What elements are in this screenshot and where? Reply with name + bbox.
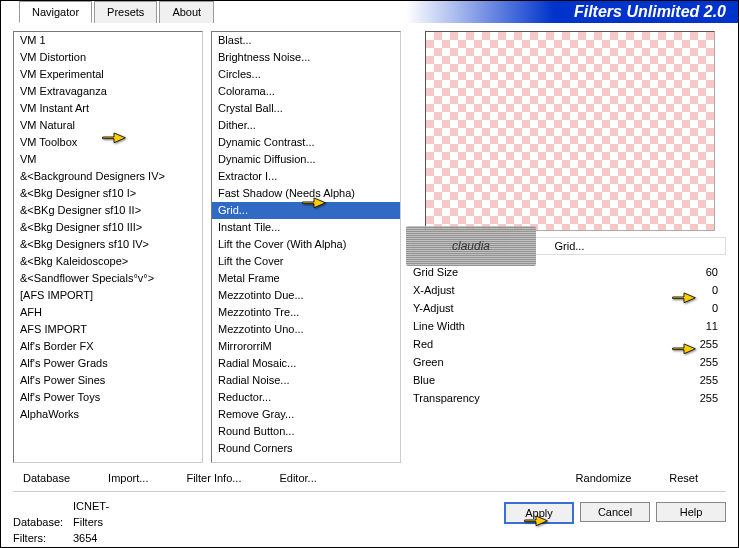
cancel-button[interactable]: Cancel xyxy=(580,502,650,522)
list-item[interactable]: Alf's Power Toys xyxy=(14,389,202,406)
category-list[interactable]: VM 1VM DistortionVM ExperimentalVM Extra… xyxy=(13,31,203,463)
list-item[interactable]: VM Toolbox xyxy=(14,134,202,151)
list-item[interactable]: Alf's Power Sines xyxy=(14,372,202,389)
randomize-button[interactable]: Randomize xyxy=(566,469,642,487)
list-item[interactable]: &<BKg Designer sf10 II> xyxy=(14,202,202,219)
param-label: Green xyxy=(413,354,678,370)
list-item[interactable]: Mezzotinto Uno... xyxy=(212,321,400,338)
list-item[interactable]: Radial Noise... xyxy=(212,372,400,389)
tab-navigator[interactable]: Navigator xyxy=(19,1,92,23)
footer-buttons: Apply Cancel Help xyxy=(504,498,726,541)
list-item[interactable]: VM 1 xyxy=(14,32,202,49)
list-item[interactable]: AlphaWorks xyxy=(14,406,202,423)
filters-value: 3654 xyxy=(73,530,133,546)
list-item[interactable]: &<Bkg Designer sf10 I> xyxy=(14,185,202,202)
lower-button-row: Database Import... Filter Info... Editor… xyxy=(1,463,738,493)
list-item[interactable]: Alf's Power Grads xyxy=(14,355,202,372)
tab-presets[interactable]: Presets xyxy=(94,1,157,23)
list-item[interactable]: Crystal Ball... xyxy=(212,100,400,117)
param-row[interactable]: Green255 xyxy=(413,353,726,371)
param-label: Red xyxy=(413,336,678,352)
param-label: Line Width xyxy=(413,318,678,334)
tabs: Navigator Presets About xyxy=(19,1,216,23)
list-item[interactable]: Dynamic Diffusion... xyxy=(212,151,400,168)
list-item[interactable]: VM xyxy=(14,151,202,168)
list-item[interactable]: VM Natural xyxy=(14,117,202,134)
list-item[interactable]: VM Distortion xyxy=(14,49,202,66)
list-item[interactable]: Round Button... xyxy=(212,423,400,440)
list-item[interactable]: VM Instant Art xyxy=(14,100,202,117)
param-label: Grid Size xyxy=(413,264,678,280)
list-item[interactable]: Reductor... xyxy=(212,389,400,406)
preview-canvas xyxy=(425,31,715,231)
list-item[interactable]: Metal Frame xyxy=(212,270,400,287)
param-value: 255 xyxy=(678,354,718,370)
help-button[interactable]: Help xyxy=(656,502,726,522)
list-item[interactable]: &<Bkg Designer sf10 III> xyxy=(14,219,202,236)
list-item[interactable]: &<Bkg Kaleidoscope> xyxy=(14,253,202,270)
list-item[interactable]: Alf's Border FX xyxy=(14,338,202,355)
apply-button[interactable]: Apply xyxy=(504,502,574,524)
list-item[interactable]: [AFS IMPORT] xyxy=(14,287,202,304)
list-item[interactable]: &<Background Designers IV> xyxy=(14,168,202,185)
parameter-list: Grid Size60X-Adjust0Y-Adjust0Line Width1… xyxy=(413,263,726,463)
list-item[interactable]: MirrororriM xyxy=(212,338,400,355)
db-label: Database: xyxy=(13,514,73,530)
list-item[interactable]: Instant Tile... xyxy=(212,219,400,236)
list-item[interactable]: Dynamic Contrast... xyxy=(212,134,400,151)
param-value: 255 xyxy=(678,390,718,406)
param-row[interactable]: Transparency255 xyxy=(413,389,726,407)
list-item[interactable]: VM Experimental xyxy=(14,66,202,83)
list-item[interactable]: Fast Shadow (Needs Alpha) xyxy=(212,185,400,202)
param-label: Transparency xyxy=(413,390,678,406)
list-item[interactable]: Brightness Noise... xyxy=(212,49,400,66)
header-bar: Navigator Presets About Filters Unlimite… xyxy=(1,1,738,23)
list-item[interactable]: Radial Mosaic... xyxy=(212,355,400,372)
filter-list[interactable]: Blast...Brightness Noise...Circles...Col… xyxy=(211,31,401,463)
param-row[interactable]: Red255 xyxy=(413,335,726,353)
param-value: 255 xyxy=(678,372,718,388)
watermark-badge: claudia xyxy=(406,226,536,266)
list-item[interactable]: &<Bkg Designers sf10 IV> xyxy=(14,236,202,253)
list-item[interactable]: &<Sandflower Specials°v°> xyxy=(14,270,202,287)
param-label: Y-Adjust xyxy=(413,300,678,316)
param-value: 0 xyxy=(678,300,718,316)
footer-info: Database:ICNET-Filters Filters:3654 xyxy=(13,498,133,541)
param-row[interactable]: Y-Adjust0 xyxy=(413,299,726,317)
list-item[interactable]: Dither... xyxy=(212,117,400,134)
param-row[interactable]: X-Adjust0 xyxy=(413,281,726,299)
param-value: 0 xyxy=(678,282,718,298)
filters-label: Filters: xyxy=(13,530,73,546)
app-title: Filters Unlimited 2.0 xyxy=(574,3,726,21)
param-value: 60 xyxy=(678,264,718,280)
db-value: ICNET-Filters xyxy=(73,498,133,530)
list-item[interactable]: Mezzotinto Due... xyxy=(212,287,400,304)
list-item[interactable]: AFS IMPORT xyxy=(14,321,202,338)
list-item[interactable]: Blast... xyxy=(212,32,400,49)
param-label: Blue xyxy=(413,372,678,388)
editor-button[interactable]: Editor... xyxy=(269,469,326,487)
list-item[interactable]: Colorama... xyxy=(212,83,400,100)
list-item[interactable]: Lift the Cover xyxy=(212,253,400,270)
param-value: 11 xyxy=(678,318,718,334)
param-value: 255 xyxy=(678,336,718,352)
list-item[interactable]: Lift the Cover (With Alpha) xyxy=(212,236,400,253)
param-label: X-Adjust xyxy=(413,282,678,298)
database-button[interactable]: Database xyxy=(13,469,80,487)
filter-info-button[interactable]: Filter Info... xyxy=(176,469,251,487)
param-row[interactable]: Blue255 xyxy=(413,371,726,389)
list-item[interactable]: Grid... xyxy=(212,202,400,219)
list-item[interactable]: Circles... xyxy=(212,66,400,83)
list-item[interactable]: Remove Gray... xyxy=(212,406,400,423)
list-item[interactable]: AFH xyxy=(14,304,202,321)
list-item[interactable]: Round Corners xyxy=(212,440,400,457)
footer: Database:ICNET-Filters Filters:3654 Appl… xyxy=(13,491,726,541)
import-button[interactable]: Import... xyxy=(98,469,158,487)
list-item[interactable]: Extractor I... xyxy=(212,168,400,185)
tab-about[interactable]: About xyxy=(159,1,214,23)
param-row[interactable]: Line Width11 xyxy=(413,317,726,335)
list-item[interactable]: Mezzotinto Tre... xyxy=(212,304,400,321)
list-item[interactable]: VM Extravaganza xyxy=(14,83,202,100)
reset-button[interactable]: Reset xyxy=(659,469,708,487)
main-area: VM 1VM DistortionVM ExperimentalVM Extra… xyxy=(1,23,738,463)
